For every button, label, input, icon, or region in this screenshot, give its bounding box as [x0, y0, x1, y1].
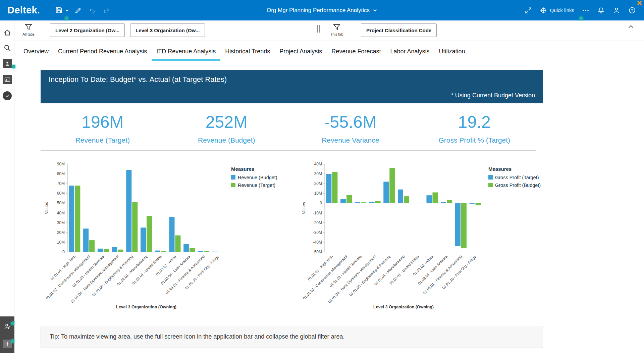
- tab-labor-analysis[interactable]: Labor Analysis: [385, 44, 434, 61]
- check-circle-icon: [3, 91, 12, 100]
- bar[interactable]: [175, 235, 180, 252]
- search-button[interactable]: [0, 41, 14, 55]
- quick-links-button[interactable]: Quick links: [538, 7, 576, 14]
- bar[interactable]: [461, 203, 467, 248]
- bar[interactable]: [141, 228, 146, 252]
- bar[interactable]: [83, 229, 89, 252]
- bar[interactable]: [89, 240, 95, 252]
- bar-chart-canvas[interactable]: 010M20M30M40M50M60M70M80M90M01.01.01 - H…: [41, 161, 230, 312]
- fullscreen-button[interactable]: [522, 4, 534, 16]
- tab-overview[interactable]: Overview: [19, 44, 53, 61]
- revenue-budget-vs-target-chart[interactable]: 010M20M30M40M50M60M70M80M90M01.01.01 - H…: [41, 161, 292, 312]
- bar[interactable]: [104, 249, 109, 252]
- bar[interactable]: [204, 251, 209, 252]
- filter-panel-divider: [320, 20, 320, 41]
- bar[interactable]: [369, 202, 375, 203]
- dashboard-title-dropdown[interactable]: Org Mgr Planning Performance Analytics: [267, 7, 377, 14]
- bar[interactable]: [426, 195, 432, 203]
- filter-button-level-3-organization-ow[interactable]: Level 3 Organization (Ow...: [130, 23, 205, 37]
- legend-swatch: [231, 183, 235, 187]
- kpi-value: -55.6M: [288, 113, 413, 131]
- bar[interactable]: [169, 217, 174, 252]
- tab-itd-revenue-analysis[interactable]: ITD Revenue Analysis: [152, 44, 220, 61]
- tab-revenue-forecast[interactable]: Revenue Forecast: [327, 44, 385, 61]
- coach-mark-dot[interactable]: [11, 321, 14, 325]
- all-tabs-filter-toggle[interactable]: All tabs: [20, 23, 37, 36]
- bar[interactable]: [212, 251, 218, 252]
- bar[interactable]: [98, 248, 103, 252]
- bar[interactable]: [355, 202, 360, 203]
- bar[interactable]: [75, 186, 80, 252]
- tab-bar: OverviewCurrent Period Revenue AnalysisI…: [14, 41, 644, 63]
- tab-historical-trends[interactable]: Historical Trends: [220, 44, 275, 61]
- undo-button[interactable]: [86, 4, 98, 16]
- bar[interactable]: [346, 195, 352, 203]
- bar[interactable]: [404, 196, 409, 203]
- gross-profit-target-vs-budget-chart[interactable]: -50M-40M-30M-20M-10M010M20M30M40M01.01.0…: [292, 161, 543, 312]
- kpi-value: 196M: [41, 113, 165, 131]
- tab-utilization[interactable]: Utilization: [434, 44, 470, 61]
- bar[interactable]: [398, 189, 403, 203]
- svg-text:0: 0: [62, 250, 65, 254]
- kpi-revenue-target: 196MRevenue (Target): [41, 113, 165, 144]
- bar[interactable]: [69, 186, 74, 252]
- bar[interactable]: [340, 199, 346, 203]
- filter-button-project-classification-code[interactable]: Project Classification Code: [361, 23, 437, 37]
- bar[interactable]: [147, 216, 152, 252]
- bar[interactable]: [383, 182, 389, 203]
- bar[interactable]: [476, 203, 481, 205]
- kpi-value: 252M: [165, 113, 289, 131]
- notifications-button[interactable]: [595, 4, 607, 16]
- help-button[interactable]: ?: [626, 4, 638, 16]
- close-icon[interactable]: ×: [637, 0, 642, 7]
- home-button[interactable]: [0, 26, 14, 39]
- legend-title: Measures: [488, 166, 543, 172]
- coach-mark-dot[interactable]: [12, 65, 15, 68]
- coach-mark-dot[interactable]: [579, 16, 583, 20]
- bar[interactable]: [418, 202, 424, 203]
- bar-chart-canvas[interactable]: -50M-40M-30M-20M-10M010M20M30M40M01.01.0…: [292, 161, 488, 312]
- bar[interactable]: [470, 203, 475, 203]
- save-menu-button[interactable]: [64, 4, 70, 16]
- svg-text:-20M: -20M: [313, 220, 322, 225]
- user-account-button[interactable]: [610, 4, 623, 16]
- svg-text:10M: 10M: [314, 191, 322, 196]
- contacts-nav-button[interactable]: [0, 73, 14, 86]
- bar[interactable]: [326, 174, 331, 203]
- bar[interactable]: [375, 201, 381, 203]
- app-bar: Deltek. Org Mgr Planning Performance Ana…: [0, 0, 644, 20]
- bar[interactable]: [126, 170, 131, 252]
- this-tab-filter-toggle[interactable]: This tab: [328, 23, 345, 36]
- bar[interactable]: [432, 192, 438, 203]
- svg-text:-10M: -10M: [313, 210, 322, 215]
- bar[interactable]: [389, 168, 395, 203]
- bar[interactable]: [155, 250, 160, 252]
- coach-mark-dot[interactable]: [65, 16, 68, 20]
- bar[interactable]: [161, 251, 166, 252]
- bar[interactable]: [112, 247, 117, 252]
- redo-button[interactable]: [100, 4, 112, 16]
- edit-button[interactable]: [72, 4, 84, 16]
- drag-handle-icon[interactable]: [317, 25, 320, 33]
- bar[interactable]: [412, 202, 418, 203]
- bar[interactable]: [198, 251, 203, 252]
- tab-project-analysis[interactable]: Project Analysis: [275, 44, 327, 61]
- bar[interactable]: [118, 249, 123, 252]
- bar[interactable]: [183, 244, 189, 252]
- bar[interactable]: [218, 252, 224, 252]
- bar[interactable]: [447, 200, 452, 203]
- tab-current-period-revenue-analysis[interactable]: Current Period Revenue Analysis: [53, 44, 152, 61]
- filter-button-level-2-organization-ow[interactable]: Level 2 Organization (Ow...: [50, 23, 125, 37]
- save-button[interactable]: [53, 4, 65, 16]
- bar[interactable]: [361, 202, 366, 203]
- bar[interactable]: [332, 172, 337, 203]
- bar[interactable]: [441, 202, 446, 203]
- bar[interactable]: [455, 203, 461, 246]
- overflow-menu-button[interactable]: [580, 4, 592, 16]
- legend-title: Measures: [231, 166, 288, 172]
- collapse-filter-area-button[interactable]: [627, 23, 635, 32]
- bar[interactable]: [132, 202, 138, 252]
- bar[interactable]: [190, 248, 195, 252]
- assistant-nav-button[interactable]: [0, 89, 14, 102]
- coach-mark-dot[interactable]: [11, 339, 14, 343]
